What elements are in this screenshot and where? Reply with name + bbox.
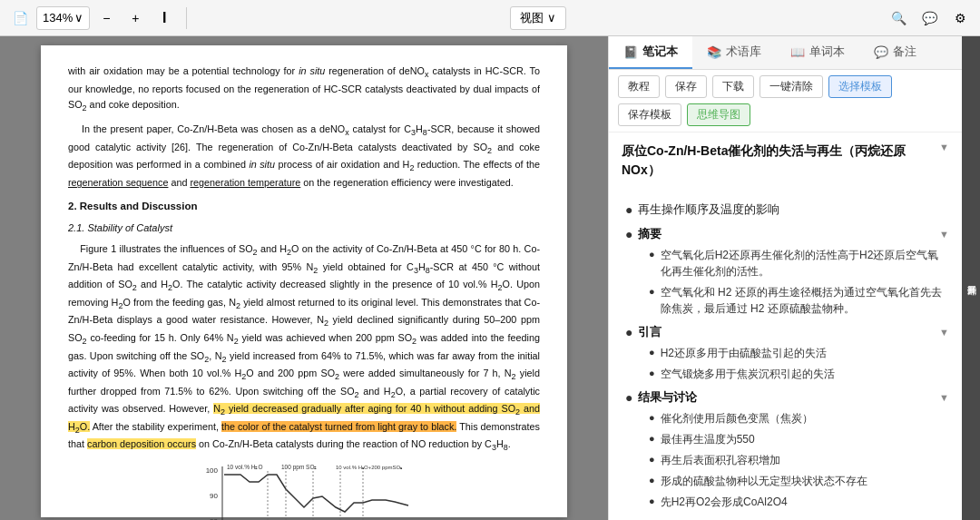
highlight-text-3: carbon deposition occurs xyxy=(87,438,196,449)
tutorial-btn[interactable]: 教程 xyxy=(618,75,660,98)
toolbar-divider xyxy=(186,7,187,29)
abstract-text-2: 空气氧化和 H2 还原的再生途径概括为通过空气氧化首先去除焦炭，最后通过 H2 … xyxy=(661,284,949,317)
results-item-3: ● 再生后表面积孔容积增加 xyxy=(631,452,949,468)
intro-text-2: 空气锻烧多用于焦炭沉积引起的失活 xyxy=(661,366,835,382)
tab-memo[interactable]: 💬 备注 xyxy=(859,36,931,69)
view-btn[interactable]: 视图 ∨ xyxy=(510,6,566,30)
settings-icon: ⚙ xyxy=(955,11,966,25)
section-abstract: ● 摘要 ▼ xyxy=(625,226,949,242)
svg-text:10 vol.% H₂O+200 ppmSO₂: 10 vol.% H₂O+200 ppmSO₂ xyxy=(336,465,403,470)
sub-bullet-icon-2: ● xyxy=(649,286,655,297)
search-btn[interactable]: 🔍 xyxy=(886,5,911,31)
notes-toolbar: 教程 保存 下载 一键清除 选择模板 保存模板 思维导图 xyxy=(609,70,962,132)
notes-main-title-row: 原位Co-Zn/H-Beta催化剂的失活与再生（丙烷还原NOx） ▼ xyxy=(622,142,949,191)
bullet-abstract: ● xyxy=(625,227,632,241)
abstract-text-1: 空气氧化后H2还原再生催化剂的活性高于H2还原后空气氧化再生催化剂的活性。 xyxy=(661,247,949,280)
memo-tab-icon: 💬 xyxy=(874,45,888,59)
results-item-1: ● 催化剂使用后颜色变黑（焦炭） xyxy=(631,410,949,427)
notes-tab-icon: 📓 xyxy=(623,45,638,59)
results-item-2: ● 最佳再生温度为550 xyxy=(631,431,949,447)
section2-heading: 2. Results and Discussion xyxy=(68,198,540,214)
sub-bullet-icon-1: ● xyxy=(649,249,655,260)
zoom-display[interactable]: 134% ∨ xyxy=(36,6,90,30)
pdf-area[interactable]: with air oxidation may be a potential te… xyxy=(0,36,608,520)
zoom-out-btn[interactable]: − xyxy=(93,5,119,31)
sub-bullet-results-1: ● xyxy=(649,412,655,423)
highlight-text-2: the color of the catalyst turned from li… xyxy=(221,421,456,432)
main-area: with air oxidation may be a potential te… xyxy=(0,36,980,520)
svg-text:90: 90 xyxy=(210,492,218,500)
chart-svg: 100 90 80 10 vol.% H₂O xyxy=(195,462,413,520)
vocab-tab-label: 单词本 xyxy=(809,44,845,60)
tab-vocab[interactable]: 📖 单词本 xyxy=(776,36,859,69)
zoom-dropdown-icon: ∨ xyxy=(74,11,83,25)
section-abstract-inner: ● 摘要 xyxy=(625,226,662,242)
notes-content[interactable]: 原位Co-Zn/H-Beta催化剂的失活与再生（丙烷还原NOx） ▼ ● 再生操… xyxy=(609,132,962,520)
sub-bullet-results-2: ● xyxy=(649,433,655,444)
tab-notes[interactable]: 📓 笔记本 xyxy=(609,36,692,69)
tab-terms[interactable]: 📚 术语库 xyxy=(692,36,776,69)
section-abstract-label: 摘要 xyxy=(638,226,662,242)
results-item-5: ● 先H2再O2会形成CoAl2O4 xyxy=(631,494,949,510)
mind-map-btn[interactable]: 思维导图 xyxy=(687,103,750,126)
section-intro-label: 引言 xyxy=(638,324,662,340)
sub-bullet-results-5: ● xyxy=(649,495,655,506)
pdf-main-para: Figure 1 illustrates the influences of S… xyxy=(68,241,540,455)
bullet-icon-1: ● xyxy=(625,202,632,217)
main-collapse-arrow[interactable]: ▼ xyxy=(939,142,949,152)
abstract-item-1: ● 空气氧化后H2还原再生催化剂的活性高于H2还原后空气氧化再生催化剂的活性。 xyxy=(631,247,949,280)
download-btn[interactable]: 下载 xyxy=(712,75,754,98)
notes-tab-label: 笔记本 xyxy=(642,44,678,60)
sub-bullet-intro-2: ● xyxy=(649,368,655,378)
results-text-1: 催化剂使用后颜色变黑（焦炭） xyxy=(661,410,813,427)
expand-translate-btn[interactable]: 展开翻译 xyxy=(962,36,980,520)
results-text-5: 先H2再O2会形成CoAl2O4 xyxy=(661,494,788,510)
section-results-inner: ● 结果与讨论 xyxy=(625,389,697,406)
terms-tab-icon: 📚 xyxy=(707,45,721,59)
cursor-btn[interactable]: I xyxy=(152,5,177,31)
vocab-tab-icon: 📖 xyxy=(790,45,805,59)
sub-bullet-intro-1: ● xyxy=(649,347,655,358)
select-template-btn[interactable]: 选择模板 xyxy=(828,75,892,98)
zoom-in-icon: + xyxy=(132,11,139,25)
intro-item-2: ● 空气锻烧多用于焦炭沉积引起的失活 xyxy=(631,366,949,382)
toolbar: 📄 134% ∨ − + I 视图 ∨ 🔍 💬 ⚙ xyxy=(0,0,980,36)
chart-container: 100 90 80 10 vol.% H₂O xyxy=(68,462,540,520)
cursor-icon: I xyxy=(162,10,166,26)
pdf-text-content: with air oxidation may be a potential te… xyxy=(68,64,540,520)
zoom-in-btn[interactable]: + xyxy=(122,5,148,31)
zoom-out-icon: − xyxy=(103,11,110,25)
settings-btn[interactable]: ⚙ xyxy=(947,5,973,31)
section-intro-inner: ● 引言 xyxy=(625,324,662,340)
section-results-label: 结果与讨论 xyxy=(638,389,697,406)
toolbar-right: 🔍 💬 ⚙ xyxy=(886,5,973,31)
save-btn[interactable]: 保存 xyxy=(665,75,707,98)
file-icon-btn[interactable]: 📄 xyxy=(7,5,33,31)
comment-btn[interactable]: 💬 xyxy=(916,5,942,31)
bullet-text-1: 再生操作顺序及温度的影响 xyxy=(638,201,779,219)
notes-main-title: 原位Co-Zn/H-Beta催化剂的失活与再生（丙烷还原NOx） xyxy=(622,142,939,180)
subsection21-heading: 2.1. Stability of Catalyst xyxy=(68,221,540,237)
zoom-label: 134% xyxy=(43,11,73,25)
toolbar-left: 📄 134% ∨ − + I xyxy=(7,5,177,31)
abstract-items: ● 空气氧化后H2还原再生催化剂的活性高于H2还原后空气氧化再生催化剂的活性。 … xyxy=(622,247,949,317)
terms-tab-label: 术语库 xyxy=(726,44,761,60)
svg-text:100: 100 xyxy=(206,466,219,475)
right-panel: 📓 笔记本 📚 术语库 📖 单词本 💬 备注 教程 保存 下载 一键清除 选择模… xyxy=(608,36,962,520)
toolbar-center: 视图 ∨ xyxy=(196,6,880,30)
results-text-3: 再生后表面积孔容积增加 xyxy=(661,452,780,468)
abstract-collapse-arrow[interactable]: ▼ xyxy=(939,229,949,240)
results-items: ● 催化剂使用后颜色变黑（焦炭） ● 最佳再生温度为550 ● 再生后表面积孔容… xyxy=(622,410,949,510)
intro-text-1: H2还原多用于由硫酸盐引起的失活 xyxy=(661,345,827,361)
pdf-page: with air oxidation may be a potential te… xyxy=(41,45,567,517)
results-collapse-arrow[interactable]: ▼ xyxy=(939,392,949,403)
svg-text:100 ppm SO₂: 100 ppm SO₂ xyxy=(281,464,318,471)
results-item-4: ● 形成的硫酸盐物种以无定型块状状态不存在 xyxy=(631,473,949,489)
comment-icon: 💬 xyxy=(922,11,937,25)
pdf-intro-para: with air oxidation may be a potential te… xyxy=(68,64,540,114)
save-template-btn[interactable]: 保存模板 xyxy=(618,103,681,126)
view-label: 视图 xyxy=(520,10,544,26)
intro-collapse-arrow[interactable]: ▼ xyxy=(939,327,949,338)
abstract-item-2: ● 空气氧化和 H2 还原的再生途径概括为通过空气氧化首先去除焦炭，最后通过 H… xyxy=(631,284,949,317)
clear-btn[interactable]: 一键清除 xyxy=(760,75,823,98)
